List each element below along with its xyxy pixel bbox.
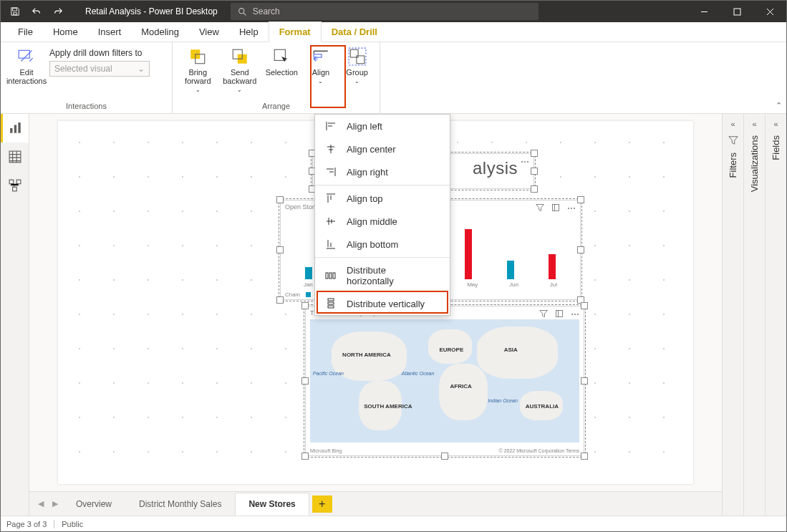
close-button[interactable] [753, 1, 786, 22]
drill-filter-label: Apply drill down filters to [49, 47, 150, 59]
pages-next-button[interactable]: ▶ [48, 499, 62, 508]
svg-rect-17 [16, 180, 21, 184]
ribbon-group-arrange-label: Arrange [178, 102, 374, 112]
undo-button[interactable] [26, 1, 47, 21]
align-bottom-item[interactable]: Align bottom [315, 233, 450, 256]
svg-point-0 [238, 8, 243, 13]
app-title: Retail Analysis - Power BI Desktop [72, 6, 231, 16]
svg-rect-11 [349, 48, 366, 65]
left-nav-rail [1, 114, 29, 516]
sensitivity-label[interactable]: Public [62, 520, 83, 528]
align-left-item[interactable]: Align left [315, 115, 450, 137]
align-button[interactable]: Align⌄ [304, 45, 338, 86]
world-map: NORTH AMERICA SOUTH AMERICA EUROPE AFRIC… [310, 319, 579, 442]
svg-rect-14 [18, 122, 20, 133]
svg-rect-24 [328, 299, 334, 301]
tab-home[interactable]: Home [43, 22, 88, 42]
fields-pane-collapsed[interactable]: « Fields [765, 114, 786, 516]
ribbon-group-interactions-label: Interactions [6, 102, 166, 112]
align-middle-icon [325, 216, 337, 227]
search-icon [238, 7, 247, 16]
page-tab-bar: ◀ ▶ Overview District Monthly Sales New … [29, 491, 722, 516]
filter-icon[interactable] [536, 203, 544, 213]
tab-view[interactable]: View [189, 22, 229, 42]
distribute-vertical-item[interactable]: Distribute vertically [315, 292, 450, 315]
svg-rect-23 [333, 273, 335, 279]
align-icon [311, 47, 331, 67]
expand-filters-icon: « [730, 120, 735, 128]
page-tab-district[interactable]: District Monthly Sales [125, 493, 235, 516]
send-backward-icon [230, 47, 250, 67]
align-dropdown: Align left Align center Align right Alig… [314, 114, 450, 316]
svg-rect-26 [328, 306, 334, 308]
filters-pane-collapsed[interactable]: « Filters [722, 114, 743, 516]
align-middle-item[interactable]: Align middle [315, 210, 450, 233]
visualizations-pane-collapsed[interactable]: « Visualizations [743, 114, 765, 516]
report-view-button[interactable] [1, 114, 29, 142]
svg-rect-13 [14, 125, 16, 133]
visual-map[interactable]: ⋯ This Year Sales by City and Chain NORT… [305, 306, 584, 456]
drill-filter-select[interactable]: Selected visual ⌄ [49, 61, 150, 77]
map-attribution: Microsoft Bing [310, 448, 342, 453]
align-center-icon [325, 143, 337, 155]
add-page-button[interactable]: + [312, 495, 332, 513]
group-button[interactable]: Group⌄ [340, 45, 374, 86]
expand-fields-icon: « [773, 120, 778, 128]
bring-forward-icon [188, 47, 208, 67]
expand-viz-icon: « [752, 120, 756, 128]
data-view-button[interactable] [1, 142, 29, 171]
selection-icon [271, 47, 291, 67]
tab-help[interactable]: Help [229, 22, 269, 42]
search-placeholder: Search [253, 6, 280, 16]
bring-forward-button[interactable]: Bring forward⌄ [178, 45, 218, 95]
ribbon: Edit interactions Apply drill down filte… [1, 42, 786, 114]
tab-file[interactable]: File [8, 22, 43, 42]
selection-pane-button[interactable]: Selection [262, 45, 301, 78]
svg-rect-18 [12, 187, 16, 191]
collapse-ribbon-button[interactable]: ⌃ [776, 101, 782, 110]
edit-interactions-icon [16, 47, 37, 67]
save-button[interactable] [5, 1, 25, 21]
align-left-icon [325, 120, 337, 132]
align-right-item[interactable]: Align right [315, 160, 450, 183]
redo-button[interactable] [48, 1, 68, 21]
model-view-button[interactable] [1, 171, 29, 200]
chevron-down-icon: ⌄ [137, 64, 145, 74]
svg-rect-1 [734, 9, 740, 15]
page-tab-new-stores[interactable]: New Stores [235, 493, 309, 516]
search-box[interactable]: Search [231, 3, 539, 20]
visual-options-icon[interactable]: ⋯ [521, 157, 529, 167]
distribute-h-icon [325, 270, 337, 281]
align-bottom-icon [325, 238, 337, 250]
align-center-item[interactable]: Align center [315, 137, 450, 160]
tab-modeling[interactable]: Modeling [131, 22, 189, 42]
send-backward-button[interactable]: Send backward⌄ [221, 45, 260, 95]
pages-prev-button[interactable]: ◀ [34, 499, 48, 508]
focus-icon[interactable] [555, 309, 564, 319]
tab-format[interactable]: Format [269, 21, 322, 42]
align-top-icon [325, 193, 337, 204]
svg-rect-10 [357, 56, 364, 64]
tab-insert[interactable]: Insert [88, 22, 132, 42]
edit-interactions-button[interactable]: Edit interactions [6, 45, 47, 87]
svg-rect-21 [326, 273, 328, 279]
status-bar: Page 3 of 3 Public [1, 516, 786, 531]
maximize-button[interactable] [720, 1, 753, 22]
tab-data-drill[interactable]: Data / Drill [322, 22, 387, 42]
align-top-item[interactable]: Align top [315, 187, 450, 210]
visual-options-icon[interactable]: ⋯ [571, 309, 579, 319]
report-canvas[interactable]: ⋯ alysis ⋯ Open Store Count by Open Mont… [29, 114, 722, 491]
svg-rect-9 [350, 49, 358, 57]
group-icon [347, 47, 367, 67]
title-bar: Retail Analysis - Power BI Desktop Searc… [1, 1, 786, 22]
filter-icon[interactable] [539, 309, 548, 319]
focus-icon[interactable] [551, 203, 560, 213]
minimize-button[interactable] [687, 1, 720, 22]
funnel-icon [728, 135, 738, 145]
svg-rect-22 [329, 273, 332, 279]
page-tab-overview[interactable]: Overview [62, 493, 125, 516]
visual-options-icon[interactable]: ⋯ [567, 203, 576, 213]
svg-rect-16 [9, 180, 14, 184]
svg-rect-25 [328, 302, 334, 304]
distribute-horizontal-item[interactable]: Distribute horizontally [315, 259, 450, 292]
